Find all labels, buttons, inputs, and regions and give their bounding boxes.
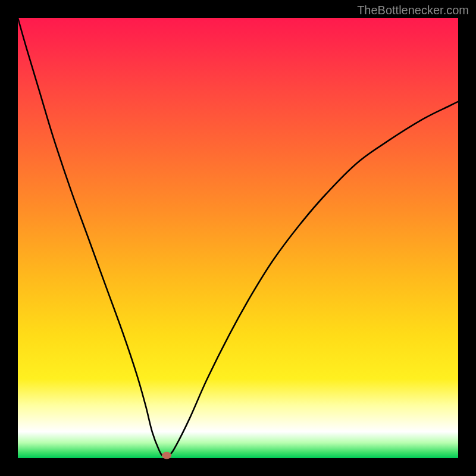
watermark-text: TheBottlenecker.com bbox=[357, 4, 469, 17]
curve-layer bbox=[18, 18, 458, 458]
bottleneck-curve bbox=[18, 18, 458, 456]
chart-frame: TheBottlenecker.com bbox=[0, 0, 476, 476]
optimum-marker bbox=[162, 452, 171, 459]
